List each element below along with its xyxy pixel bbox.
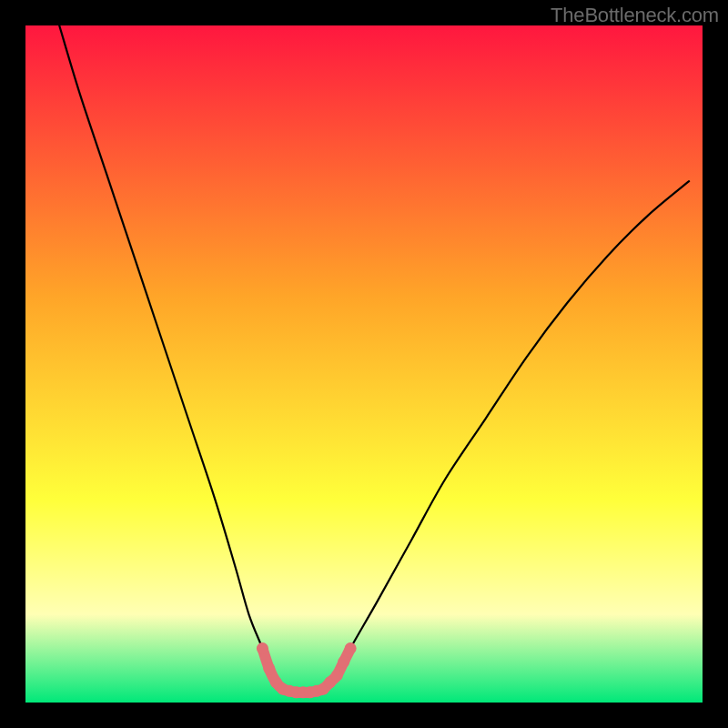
valley-dot xyxy=(345,642,357,654)
valley-dot xyxy=(257,642,268,654)
chart-frame: TheBottleneck.com xyxy=(0,0,728,728)
valley-dot xyxy=(263,662,275,674)
valley-dot xyxy=(338,656,349,668)
valley-dot xyxy=(331,670,343,682)
gradient-background xyxy=(25,25,703,703)
watermark-text: TheBottleneck.com xyxy=(551,4,719,27)
chart-svg xyxy=(25,25,703,703)
plot-area xyxy=(25,25,703,703)
